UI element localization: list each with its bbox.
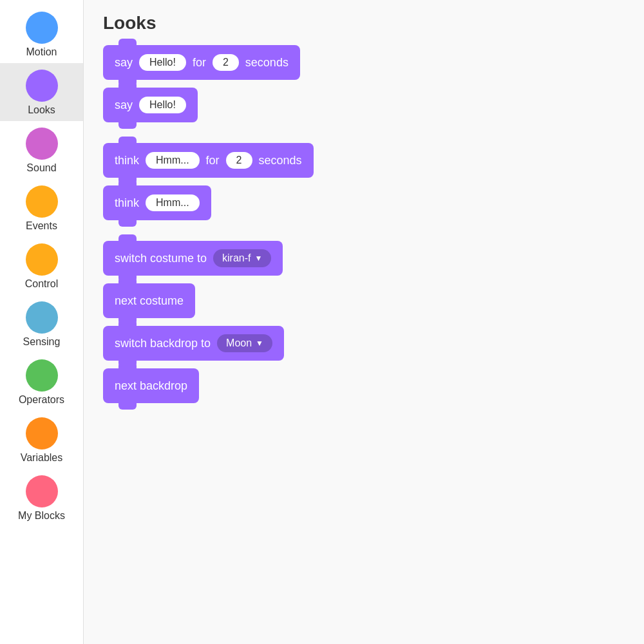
sidebar-item-operators[interactable]: Operators — [0, 353, 83, 411]
block-say2-prefix: say — [115, 99, 133, 112]
block-think-hmm-seconds[interactable]: think Hmm... for 2 seconds — [103, 143, 625, 178]
scratch-block-think-hmm[interactable]: think Hmm... — [103, 185, 211, 220]
sidebar-label-operators: Operators — [19, 394, 64, 406]
sidebar-label-control: Control — [25, 278, 59, 290]
sidebar-item-myblocks[interactable]: My Blocks — [0, 469, 83, 527]
block-for-text: for — [193, 56, 206, 70]
sidebar-item-motion[interactable]: Motion — [0, 5, 83, 63]
block-switch-backdrop[interactable]: switch backdrop to Moon ▼ — [103, 326, 625, 361]
page-title: Looks — [103, 13, 625, 33]
block-think-for-text: for — [206, 154, 220, 167]
block-say-prefix: say — [115, 56, 133, 70]
block-think-seconds-num[interactable]: 2 — [226, 152, 252, 169]
sidebar-label-myblocks: My Blocks — [18, 510, 65, 522]
block-think-hmm[interactable]: think Hmm... — [103, 185, 625, 220]
variables-icon — [26, 417, 58, 450]
sidebar-item-events[interactable]: Events — [0, 179, 83, 237]
scratch-block-next-backdrop[interactable]: next backdrop — [103, 368, 199, 403]
sidebar-label-sound: Sound — [26, 162, 56, 174]
sidebar-item-variables[interactable]: Variables — [0, 411, 83, 469]
scratch-block-say-hello[interactable]: say Hello! — [103, 88, 198, 122]
block-think-seconds-text: seconds — [259, 154, 302, 167]
myblocks-icon — [26, 475, 58, 507]
sidebar-item-control[interactable]: Control — [0, 237, 83, 295]
block-switch-costume[interactable]: switch costume to kiran-f ▼ — [103, 241, 625, 276]
sound-icon — [26, 128, 58, 160]
looks-icon — [26, 70, 58, 102]
block-say-hello-for-seconds[interactable]: say Hello! for 2 seconds — [103, 45, 625, 80]
scratch-block-switch-costume[interactable]: switch costume to kiran-f ▼ — [103, 241, 283, 276]
backdrop-dropdown-value: Moon — [226, 337, 252, 349]
scratch-block-next-costume[interactable]: next costume — [103, 283, 195, 318]
block-next-costume-text: next costume — [115, 294, 184, 308]
sidebar-item-looks[interactable]: Looks — [0, 63, 83, 121]
block-say-hello[interactable]: say Hello! — [103, 88, 625, 122]
sidebar-item-sound[interactable]: Sound — [0, 121, 83, 179]
sidebar-label-sensing: Sensing — [23, 336, 61, 348]
sidebar-label-motion: Motion — [26, 46, 57, 58]
scratch-block-say-hello-seconds[interactable]: say Hello! for 2 seconds — [103, 45, 300, 80]
main-content: Looks say Hello! for 2 seconds say Hello… — [84, 0, 644, 644]
sidebar-label-looks: Looks — [28, 104, 55, 116]
block-next-backdrop-text: next backdrop — [115, 379, 187, 393]
motion-icon — [26, 12, 58, 44]
costume-dropdown-arrow: ▼ — [255, 254, 263, 263]
block-think-prefix: think — [115, 154, 139, 167]
operators-icon — [26, 359, 58, 392]
block-hmm2-input[interactable]: Hmm... — [146, 194, 200, 211]
block-seconds-num-input[interactable]: 2 — [213, 54, 239, 71]
block-next-costume[interactable]: next costume — [103, 283, 625, 318]
backdrop-dropdown-arrow: ▼ — [256, 339, 263, 348]
events-icon — [26, 185, 58, 218]
costume-dropdown-value: kiran-f — [222, 252, 251, 264]
block-think2-prefix: think — [115, 196, 139, 210]
scratch-block-switch-backdrop[interactable]: switch backdrop to Moon ▼ — [103, 326, 284, 361]
block-say-hello-input[interactable]: Hello! — [139, 54, 186, 71]
block-seconds-text: seconds — [245, 56, 289, 70]
block-switch-costume-text: switch costume to — [115, 252, 207, 265]
sidebar-label-variables: Variables — [21, 452, 63, 464]
sidebar-label-events: Events — [26, 220, 57, 232]
sidebar: Motion Looks Sound Events Control Sensin… — [0, 0, 84, 644]
block-costume-dropdown[interactable]: kiran-f ▼ — [213, 249, 271, 267]
sidebar-item-sensing[interactable]: Sensing — [0, 295, 83, 353]
sensing-icon — [26, 301, 58, 334]
block-next-backdrop[interactable]: next backdrop — [103, 368, 625, 403]
block-say-hello2-input[interactable]: Hello! — [139, 97, 186, 113]
control-icon — [26, 243, 58, 276]
block-backdrop-dropdown[interactable]: Moon ▼ — [217, 334, 272, 352]
block-hmm-input[interactable]: Hmm... — [146, 152, 200, 169]
block-switch-backdrop-text: switch backdrop to — [115, 337, 211, 350]
scratch-block-think-hmm-seconds[interactable]: think Hmm... for 2 seconds — [103, 143, 314, 178]
